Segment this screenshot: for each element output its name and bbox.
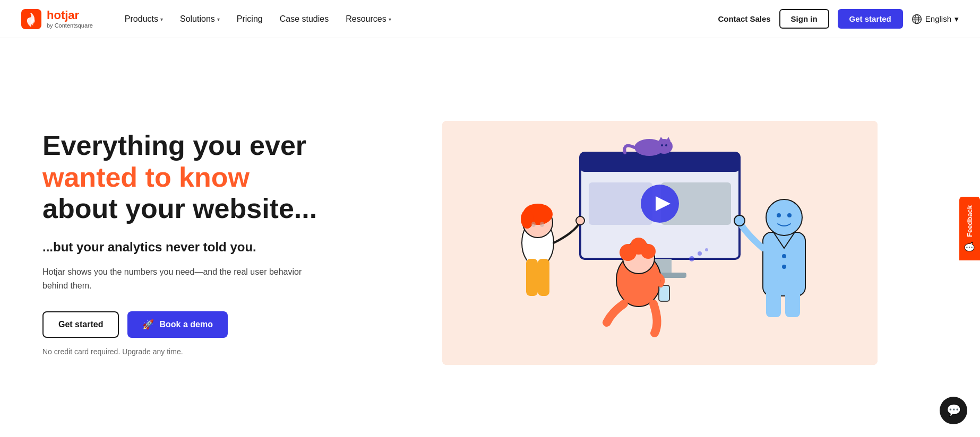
nav-item-products[interactable]: Products ▾ [118,10,169,28]
svg-rect-37 [766,280,781,317]
language-selector[interactable]: English ▾ [912,14,959,24]
svg-rect-8 [580,153,740,172]
chat-icon: 💬 [947,404,961,417]
hero-section: Everything you ever wanted to know about… [0,38,980,437]
svg-point-26 [521,209,534,229]
get-started-hero-button[interactable]: Get started [42,311,119,338]
logo-byline: by Contentsquare [47,22,93,29]
language-label: English [925,14,951,23]
svg-rect-35 [659,285,669,301]
hero-left: Everything you ever wanted to know about… [42,130,329,356]
hero-buttons: Get started 🚀 Book a demo [42,311,329,338]
book-demo-button[interactable]: 🚀 Book a demo [127,311,227,338]
logo-link[interactable]: hotjar by Contentsquare [21,9,93,29]
rocket-icon: 🚀 [142,319,154,330]
nav-item-case-studies[interactable]: Case studies [273,10,336,28]
svg-point-39 [766,199,802,235]
feedback-label: Feedback [966,205,974,237]
svg-point-27 [531,222,536,227]
nav-right: Contact Sales Sign in Get started Englis… [718,9,959,29]
main-nav: hotjar by Contentsquare Products ▾ Solut… [0,0,980,38]
hero-headline: Everything you ever wanted to know about… [42,130,329,225]
svg-point-16 [656,139,673,154]
language-chevron: ▾ [955,14,959,24]
svg-rect-22 [526,259,538,296]
nav-item-solutions[interactable]: Solutions ▾ [174,10,226,28]
svg-point-34 [641,244,656,259]
svg-point-20 [665,144,667,146]
nav-item-pricing[interactable]: Pricing [230,10,269,28]
svg-point-46 [698,251,702,256]
hero-headline-part2: about your website... [42,193,317,224]
svg-point-44 [782,265,786,269]
hero-description: Hotjar shows you the numbers you need—an… [42,265,329,292]
svg-point-19 [661,144,663,146]
logo-name: hotjar [47,9,93,22]
book-demo-label: Book a demo [159,320,212,329]
hero-illustration [442,121,878,365]
sign-in-button[interactable]: Sign in [779,9,829,29]
svg-point-29 [576,216,584,225]
svg-point-28 [540,222,544,227]
get-started-nav-button[interactable]: Get started [838,9,903,29]
hero-headline-highlight: wanted to know [42,162,250,193]
chevron-down-icon: ▾ [389,16,391,22]
hero-note: No credit card required. Upgrade any tim… [42,347,329,356]
hero-right [361,121,959,365]
svg-point-42 [734,215,745,226]
contact-sales-link[interactable]: Contact Sales [718,14,770,23]
svg-point-45 [689,256,694,261]
chevron-down-icon: ▾ [160,16,163,22]
chevron-down-icon: ▾ [217,16,220,22]
svg-point-40 [777,213,781,217]
nav-links: Products ▾ Solutions ▾ Pricing Case stud… [118,10,718,28]
feedback-icon: 💬 [965,241,975,252]
svg-point-41 [787,213,792,217]
svg-point-47 [705,248,708,251]
chat-bubble[interactable]: 💬 [940,397,967,424]
svg-point-43 [782,254,786,258]
logo-icon [21,9,41,29]
globe-icon [912,14,922,24]
svg-rect-38 [785,280,800,317]
hero-illustration-svg [442,121,878,365]
hero-subheadline: ...but your analytics never told you. [42,240,329,255]
svg-rect-23 [538,259,549,296]
nav-item-resources[interactable]: Resources ▾ [339,10,397,28]
hero-headline-part1: Everything you ever [42,130,306,161]
feedback-tab[interactable]: 💬 Feedback [959,197,980,260]
